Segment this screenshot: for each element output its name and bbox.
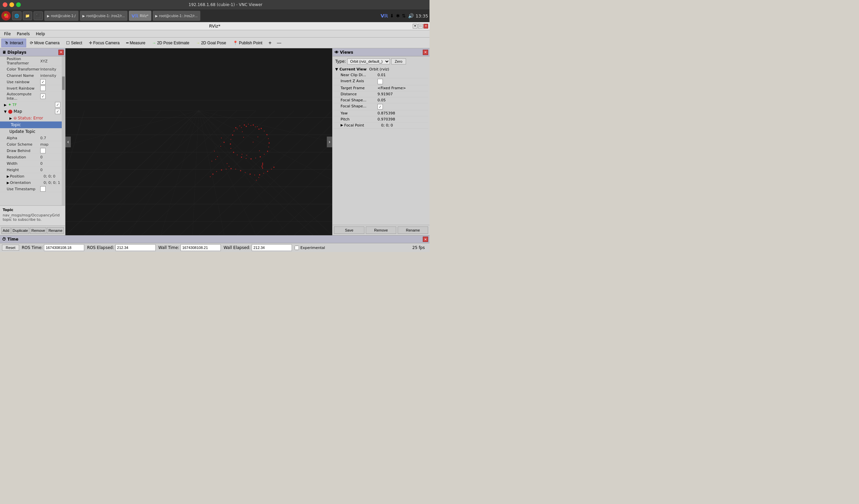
svg-rect-65: [246, 158, 247, 159]
goal-pose-button[interactable]: → 2D Goal Pose: [193, 39, 229, 47]
clock-display: 13:35: [416, 13, 428, 18]
move-camera-button[interactable]: ⟳ Move Camera: [27, 39, 62, 47]
app-controls[interactable]: ▼ □ ✕: [413, 24, 428, 29]
taskbar-term-window3[interactable]: ▶ root@cubie-1: /ros2/r...: [153, 11, 200, 21]
add-button[interactable]: Add: [1, 227, 11, 234]
pitch-value[interactable]: 0.970398: [377, 117, 427, 121]
prop-position-value[interactable]: XYZ: [40, 59, 60, 63]
focal-shape1-value[interactable]: 0.05: [377, 98, 427, 102]
taskbar-rviz[interactable]: Vℝ RViz*: [129, 11, 151, 21]
prop-width-value[interactable]: 0: [40, 162, 60, 166]
tool-options-button[interactable]: —: [274, 39, 284, 47]
prop-color-value[interactable]: Intensity: [40, 67, 60, 72]
menu-file[interactable]: File: [1, 31, 13, 37]
pose-estimate-button[interactable]: → 2D Pose Estimate: [149, 39, 192, 47]
status-error-item: ▶ ⊖ Status: Error: [0, 115, 62, 121]
yaw-value[interactable]: 0.875398: [377, 111, 427, 116]
duplicate-button[interactable]: Duplicate: [11, 227, 30, 234]
prop-alpha-value[interactable]: 0.7: [40, 136, 60, 140]
prop-channel-value[interactable]: intensity: [40, 74, 60, 78]
distance-value[interactable]: 9.91907: [377, 92, 427, 96]
use-rainbow-checkbox[interactable]: [40, 79, 46, 85]
app-rollup-button[interactable]: ▼: [413, 24, 418, 29]
autocompute-checkbox[interactable]: [40, 94, 46, 99]
prop-position2-value[interactable]: 0; 0; 0: [44, 174, 60, 179]
svg-rect-91: [250, 173, 251, 174]
menu-help[interactable]: Help: [33, 31, 48, 37]
remove-view-button[interactable]: Remove: [366, 227, 396, 234]
rename-view-button[interactable]: Rename: [397, 227, 428, 234]
position-expand[interactable]: ▶: [7, 174, 10, 178]
taskbar-globe[interactable]: 🌐: [12, 11, 21, 20]
focal-point-expand[interactable]: ▶: [341, 123, 343, 127]
ros-elapsed-input[interactable]: [116, 244, 156, 251]
views-close-button[interactable]: ✕: [423, 50, 428, 55]
measure-button[interactable]: ━ Measure: [123, 39, 148, 47]
experimental-checkbox[interactable]: [295, 246, 299, 250]
svg-rect-48: [261, 128, 262, 129]
prop-height-value[interactable]: 0: [40, 168, 60, 172]
prop-rainbow-label: Use rainbow: [7, 80, 40, 84]
tf-visible-checkbox[interactable]: [55, 102, 60, 107]
reset-button[interactable]: Reset: [2, 245, 19, 251]
time-close-button[interactable]: ✕: [423, 236, 428, 242]
ros-time-input[interactable]: [44, 244, 84, 251]
timestamp-checkbox[interactable]: [40, 186, 46, 192]
interact-button[interactable]: 🖱 Interact: [1, 39, 26, 47]
3d-viewport[interactable]: ‹ ›: [65, 48, 332, 235]
map-item[interactable]: ▼ ⬤ Map: [0, 108, 62, 115]
focal-shape2-checkbox[interactable]: [377, 104, 383, 109]
taskbar-raspberry[interactable]: 🍓: [1, 11, 11, 20]
focal-point-value[interactable]: 0; 0; 0: [381, 123, 427, 127]
viewport-arrow-left[interactable]: ‹: [65, 137, 71, 147]
focus-camera-button[interactable]: ✛ Focus Camera: [86, 39, 123, 47]
taskbar-term-window1[interactable]: ▶ root@cubie-1:/: [44, 11, 78, 21]
window-controls[interactable]: [3, 2, 21, 7]
grid-svg: [65, 48, 332, 235]
invert-rainbow-checkbox[interactable]: [40, 86, 46, 91]
panel-scrollbar[interactable]: [62, 56, 65, 205]
tf-item[interactable]: ▶ ✦ TF: [0, 101, 62, 108]
taskbar-terminal1[interactable]: ⬛: [33, 11, 43, 20]
map-visible-checkbox[interactable]: [55, 109, 60, 114]
publish-point-button[interactable]: 📍 Publish Point: [230, 39, 266, 47]
select-button[interactable]: ☐ Select: [63, 39, 85, 47]
draw-behind-checkbox[interactable]: [40, 148, 46, 153]
tf-expand[interactable]: ▶: [4, 103, 8, 107]
app-maximize-button[interactable]: □: [418, 24, 423, 29]
menu-panels[interactable]: Panels: [14, 31, 32, 37]
info-desc: nav_msgs/msg/OccupancyGrid topic to subs…: [3, 213, 62, 222]
viewport-arrow-right[interactable]: ›: [327, 137, 332, 147]
app-close-button[interactable]: ✕: [423, 24, 428, 29]
prop-orient-value[interactable]: 0; 0; 0; 1: [44, 181, 60, 185]
rename-button[interactable]: Rename: [47, 227, 64, 234]
orient-expand[interactable]: ▶: [7, 181, 10, 185]
near-clip-value[interactable]: 0.01: [377, 73, 427, 77]
type-select[interactable]: Orbit (rviz_default_): [347, 58, 390, 64]
displays-close-button[interactable]: ✕: [58, 50, 64, 55]
prop-resolution-value[interactable]: 0: [40, 155, 60, 159]
panel-scrollbar-thumb[interactable]: [62, 77, 65, 90]
close-button[interactable]: [3, 2, 7, 7]
taskbar-term-window2[interactable]: ▶ root@cubie-1: /ros2/r...: [80, 11, 127, 21]
map-expand[interactable]: ▼: [4, 110, 8, 113]
wall-elapsed-input[interactable]: [252, 244, 292, 251]
prop-color-scheme-value[interactable]: map: [40, 142, 60, 147]
maximize-button[interactable]: [16, 2, 21, 7]
zero-button[interactable]: Zero: [391, 58, 406, 64]
target-frame-value[interactable]: <Fixed Frame>: [377, 86, 427, 90]
save-view-button[interactable]: Save: [334, 227, 364, 234]
wall-time-input[interactable]: [181, 244, 221, 251]
current-view-type: Orbit (rviz): [369, 67, 389, 72]
topic-item[interactable]: Topic: [0, 121, 62, 128]
current-view-header[interactable]: ▼ Current View Orbit (rviz): [334, 66, 428, 72]
taskbar-files[interactable]: 📁: [23, 11, 32, 20]
current-view-expand[interactable]: ▼: [335, 67, 338, 72]
status-expand[interactable]: ▶: [10, 117, 13, 120]
add-tool-button[interactable]: +: [266, 39, 274, 47]
remove-button[interactable]: Remove: [30, 227, 46, 234]
invert-z-checkbox[interactable]: [377, 79, 383, 84]
update-topic-item[interactable]: Update Topic: [0, 128, 62, 135]
minimize-button[interactable]: [10, 2, 14, 7]
taskbar-term3-label: root@cubie-1: /ros2/r...: [159, 14, 198, 18]
